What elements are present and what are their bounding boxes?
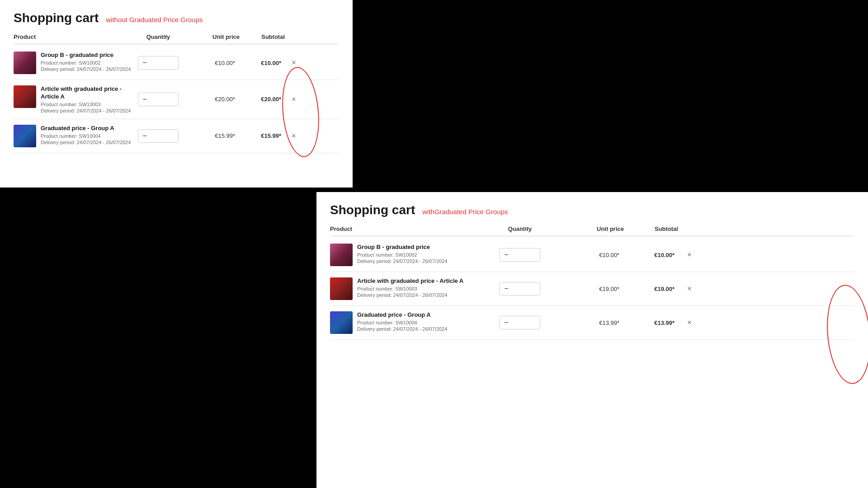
table-row: Graduated price - Group A Product number… [14,119,339,153]
unit-price: €10.00* [185,60,240,66]
qty-stepper: − + [138,56,179,70]
product-image-inner [330,311,353,334]
qty-input[interactable] [513,286,540,292]
qty-stepper: − + [500,316,540,329]
col-subtotal-br: Subtotal [624,225,678,232]
qty-stepper: − + [138,129,179,143]
top-left-panel: Shopping cart without Graduated Price Gr… [0,0,353,188]
product-image [14,85,36,108]
qty-decrease-btn[interactable]: − [138,93,151,106]
product-name: Group B - graduated price [41,52,131,59]
unit-price: €10.00* [556,252,624,258]
product-info: Graduated price - Group A Product number… [41,125,131,145]
col-qty-tl: Quantity [131,33,185,40]
qty-stepper: − + [500,282,540,296]
subtotal: €20.00* [240,96,285,103]
product-delivery: Delivery period: 24/07/2024 - 26/07/2024 [41,140,131,145]
top-left-title: Shopping cart [14,11,99,25]
table-row: Graduated price - Group A Product number… [330,306,854,340]
bottom-right-header: Shopping cart withGraduated Price Groups [330,203,854,217]
product-image [330,244,353,266]
product-cell: Group B - graduated price Product number… [330,244,484,266]
top-left-subtitle: without Graduated Price Groups [106,16,203,23]
product-image-inner [14,125,36,147]
product-name: Group B - graduated price [357,244,447,251]
table-row: Group B - graduated price Product number… [14,46,339,80]
qty-decrease-btn[interactable]: − [138,56,151,70]
top-left-header: Shopping cart without Graduated Price Gr… [14,11,339,25]
bottom-right-table-header: Product Quantity Unit price Subtotal [330,225,854,236]
unit-price: €20.00* [185,96,240,103]
table-row: Article with graduated price - Article A… [14,80,339,119]
remove-button[interactable]: × [285,95,303,103]
remove-button[interactable]: × [285,132,303,140]
col-unit-br: Unit price [556,225,624,232]
product-info: Article with graduated price - Article A… [41,85,131,113]
product-name: Graduated price - Group A [357,311,447,319]
product-name: Article with graduated price - Article A [41,85,131,101]
qty-decrease-btn[interactable]: − [500,248,513,262]
unit-price: €19.00* [556,286,624,292]
qty-input[interactable] [151,132,179,139]
product-image [330,311,353,334]
product-number: Product number: SW10002 [357,252,447,258]
product-delivery: Delivery period: 24/07/2024 - 26/07/2024 [357,292,463,298]
qty-decrease-btn[interactable]: − [500,316,513,329]
product-delivery: Delivery period: 24/07/2024 - 26/07/2024 [41,108,131,113]
top-left-table-header: Product Quantity Unit price Subtotal [14,33,339,44]
product-delivery: Delivery period: 24/07/2024 - 26/07/2024 [357,258,447,264]
product-cell: Graduated price - Group A Product number… [14,125,131,147]
qty-decrease-btn[interactable]: − [500,282,513,296]
qty-stepper: − + [138,93,179,106]
col-subtotal-tl: Subtotal [240,33,285,40]
qty-stepper-wrapper: − + [484,248,556,262]
qty-stepper-wrapper: − + [484,282,556,296]
table-row: Group B - graduated price Product number… [330,238,854,272]
qty-stepper-wrapper: − + [131,56,185,70]
subtotal: €13.99* [624,319,678,326]
product-number: Product number: SW10003 [357,286,463,291]
product-cell: Group B - graduated price Product number… [14,52,131,74]
bottom-right-subtitle: withGraduated Price Groups [422,208,508,216]
product-image [14,52,36,74]
product-delivery: Delivery period: 24/07/2024 - 26/07/2024 [357,326,447,332]
remove-button[interactable]: × [678,285,701,293]
product-name: Graduated price - Group A [41,125,131,132]
col-qty-br: Quantity [484,225,556,232]
unit-price: €15.99* [185,132,240,139]
product-number: Product number: SW10002 [41,60,131,66]
product-info: Graduated price - Group A Product number… [357,311,447,332]
product-image [330,277,353,300]
product-cell: Graduated price - Group A Product number… [330,311,484,334]
product-image-inner [14,52,36,74]
product-number: Product number: SW10004 [357,320,447,325]
product-cell: Article with graduated price - Article A… [14,85,131,113]
product-image-inner [330,244,353,266]
qty-stepper: − + [500,248,540,262]
product-cell: Article with graduated price - Article A… [330,277,484,300]
product-delivery: Delivery period: 24/07/2024 - 26/07/2024 [41,66,131,72]
qty-stepper-wrapper: − + [131,129,185,143]
subtotal: €15.99* [240,132,285,139]
product-info: Group B - graduated price Product number… [357,244,447,264]
qty-decrease-btn[interactable]: − [138,129,151,143]
remove-button[interactable]: × [678,319,701,327]
col-remove-br [678,225,701,232]
product-info: Article with graduated price - Article A… [357,277,463,298]
remove-button[interactable]: × [678,251,701,259]
bottom-right-title: Shopping cart [330,203,415,217]
product-number: Product number: SW10004 [41,133,131,139]
qty-stepper-wrapper: − + [131,93,185,106]
col-product-tl: Product [14,33,131,40]
unit-price: €13.99* [556,319,624,326]
qty-input[interactable] [513,319,540,326]
col-remove-tl [285,33,303,40]
subtotal: €19.00* [624,286,678,292]
product-number: Product number: SW10003 [41,102,131,107]
product-name: Article with graduated price - Article A [357,277,463,285]
qty-input[interactable] [513,252,540,258]
product-image-inner [330,277,353,300]
qty-input[interactable] [151,96,179,103]
remove-button[interactable]: × [285,59,303,67]
qty-input[interactable] [151,60,179,66]
